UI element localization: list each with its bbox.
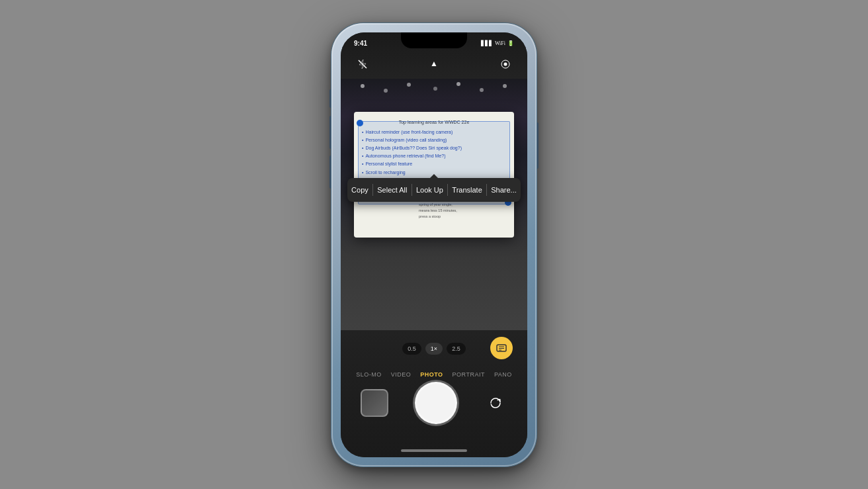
mode-photo[interactable]: PHOTO <box>420 371 443 378</box>
menu-look-up[interactable]: Look Up <box>412 186 447 194</box>
status-icons: ▋▋▋ WiFi 🔋 <box>481 40 514 46</box>
phone-device: 9:41 ▋▋▋ WiFi 🔋 ▲ <box>331 23 537 467</box>
flash-icon[interactable] <box>354 56 371 73</box>
photo-thumbnail[interactable] <box>361 389 388 417</box>
selection-handle-start[interactable] <box>357 120 363 126</box>
shutter-area <box>341 382 527 424</box>
status-bar: 9:41 ▋▋▋ WiFi 🔋 <box>341 32 527 51</box>
signal-icon: ▋▋▋ <box>481 40 493 46</box>
mode-portrait[interactable]: PORTRAIT <box>453 371 485 378</box>
phone-screen: 9:41 ▋▋▋ WiFi 🔋 ▲ <box>341 32 527 457</box>
zoom-25[interactable]: 2.5 <box>447 343 466 355</box>
power-button[interactable] <box>537 122 539 169</box>
mode-pano[interactable]: PANO <box>494 371 512 378</box>
wifi-icon: WiFi <box>495 40 505 46</box>
text-context-menu: Copy Select All Look Up Translate Share.… <box>347 178 521 202</box>
menu-translate[interactable]: Translate <box>448 186 486 194</box>
controls-toggle[interactable]: ▲ <box>430 59 438 69</box>
camera-viewfinder: 9:41 ▋▋▋ WiFi 🔋 ▲ <box>341 32 527 457</box>
menu-share[interactable]: Share... <box>487 186 521 194</box>
mode-video[interactable]: VIDEO <box>391 371 412 378</box>
menu-copy[interactable]: Copy <box>347 186 372 194</box>
mode-slo-mo[interactable]: SLO-MO <box>356 371 382 378</box>
shutter-button[interactable] <box>415 382 457 424</box>
camera-modes: SLO-MO VIDEO PHOTO PORTRAIT PANO <box>341 371 527 378</box>
home-indicator <box>401 449 467 452</box>
live-text-button[interactable] <box>490 337 513 359</box>
camera-top-controls: ▲ <box>341 51 527 77</box>
zoom-1x[interactable]: 1× <box>425 343 443 355</box>
status-time: 9:41 <box>354 40 367 47</box>
svg-point-1 <box>503 62 507 66</box>
battery-icon: 🔋 <box>507 40 514 46</box>
menu-select-all[interactable]: Select All <box>373 186 411 194</box>
live-photo-icon[interactable] <box>497 56 514 73</box>
zoom-05[interactable]: 0.5 <box>402 343 421 355</box>
rotate-button[interactable] <box>484 391 507 415</box>
